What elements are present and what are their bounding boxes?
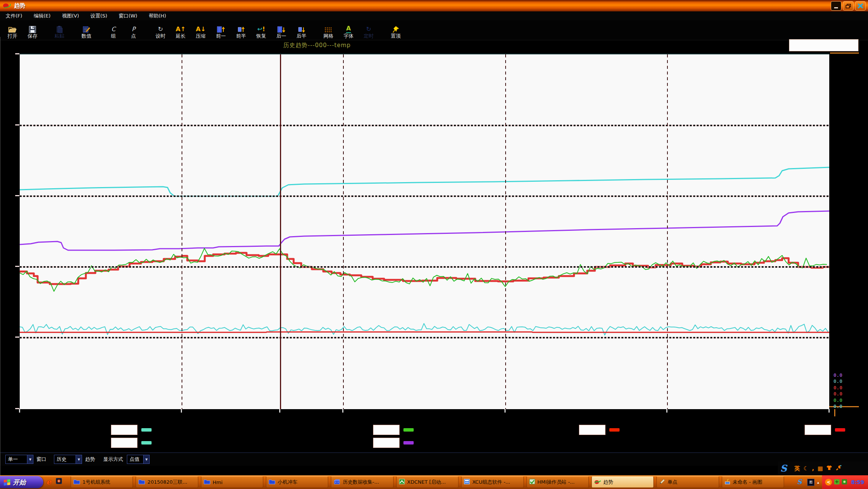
toolbar: 打开保存粘贴数值C组P点↻设时A↑延长A↓压缩前一前半↩!恢复后一后半网格A字体… <box>0 20 868 40</box>
toolbar-button-extend[interactable]: A↑延长 <box>171 20 191 40</box>
tray-back-icon[interactable]: < <box>825 479 832 486</box>
chevron-down-icon[interactable] <box>143 455 149 464</box>
menu-item-5[interactable]: 帮助(H) <box>143 11 172 20</box>
prev-half-icon <box>237 24 245 33</box>
minimize-button[interactable] <box>831 1 841 11</box>
toolbar-button-value[interactable]: 数值 <box>76 20 96 40</box>
trend-plot[interactable] <box>19 54 829 409</box>
app-icon <box>3 3 11 9</box>
toolbar-button-prev-half[interactable]: 前半 <box>231 20 251 40</box>
point-value-box[interactable] <box>579 425 606 435</box>
tray-agent-icon[interactable] <box>834 479 840 486</box>
y-axis-tick-4 <box>15 337 19 338</box>
point-value-box[interactable] <box>805 425 831 435</box>
task-label: 1号机组系统 <box>82 479 110 486</box>
toolbar-button-point[interactable]: P点 <box>123 20 144 40</box>
close-button[interactable] <box>855 1 866 11</box>
tray-app-icon[interactable]: 图 <box>807 479 814 486</box>
menu-bar: 文件(F)编辑(E)视图(V)设置(S)窗口(W)帮助(H) <box>0 11 868 21</box>
task-label: HMI操作员站 -... <box>538 479 575 486</box>
toolbar-button-pin[interactable]: 置顶 <box>386 20 406 40</box>
toolbar-button-grid[interactable]: 网格 <box>318 20 338 40</box>
toolbar-button-label: 网格 <box>324 33 334 39</box>
paste-icon <box>56 24 63 33</box>
taskbar-task-2[interactable]: Hmi <box>201 476 263 488</box>
toolbar-button-set-time[interactable]: ↻设时 <box>150 20 171 40</box>
clock[interactable]: 8:59 <box>851 479 864 485</box>
toolbar-button-label: 前半 <box>236 33 246 39</box>
taskbar-task-0[interactable]: 1号机组系统 <box>71 476 133 488</box>
punctuation-icon[interactable]: , <box>812 465 814 472</box>
toolbar-button-next-half[interactable]: 后半 <box>291 20 311 40</box>
taskbar-task-8[interactable]: 趋势 <box>591 476 654 488</box>
chevron-down-icon[interactable] <box>76 455 82 464</box>
series-lower-red-flat <box>20 332 829 332</box>
taskbar-task-6[interactable]: XCU组态软件 -... <box>461 476 523 488</box>
taskbar-task-4[interactable]: 历史数据收集-... <box>331 476 393 488</box>
toolbar-button-label: 延长 <box>176 33 186 39</box>
toolbar-button-prev-one[interactable]: 前一 <box>211 20 231 40</box>
point-value-box[interactable] <box>111 438 138 448</box>
toolbar-button-open-folder[interactable]: 打开 <box>2 20 22 40</box>
tray-expand-icon[interactable]: ▴ <box>817 480 819 484</box>
chevron-down-icon[interactable] <box>27 455 33 464</box>
menu-item-3[interactable]: 设置(S) <box>85 11 113 20</box>
x-axis-tick-0 <box>19 409 20 413</box>
legend-group-3 <box>579 425 620 435</box>
keyboard-icon[interactable]: ▦ <box>817 465 823 472</box>
series-lower-cyan-noisy <box>20 324 828 335</box>
display-mode-select[interactable]: 点值 <box>127 455 150 464</box>
menu-item-2[interactable]: 视图(V) <box>56 11 85 20</box>
taskbar-task-7[interactable]: HMI操作员站 -... <box>526 476 589 488</box>
point-value-box[interactable] <box>373 438 400 448</box>
taskbar-task-9[interactable]: 单点 <box>656 476 719 488</box>
toolbar-button-font[interactable]: A字体 <box>338 20 359 40</box>
taskbar-task-3[interactable]: 小机冲车 <box>266 476 328 488</box>
ie-quick-launch-icon[interactable]: e <box>46 477 51 486</box>
bottom-controls-bar: 单一 窗口 历史 趋势 显示方式 点值 <box>0 452 868 466</box>
media-quick-launch-icon[interactable] <box>56 478 62 486</box>
point-value-box[interactable] <box>111 425 138 435</box>
window-label: 窗口 <box>36 456 46 463</box>
point-value-box[interactable] <box>373 425 400 435</box>
series-color-swatch <box>403 428 414 432</box>
toolbar-button-group[interactable]: C组 <box>103 20 123 40</box>
taskbar-task-5[interactable]: XDCNET [启动... <box>396 476 459 488</box>
toolbar-button-label: 粘贴 <box>55 33 65 39</box>
time-cursor[interactable] <box>280 54 281 409</box>
system-tray: S 图 ▴ < 8:59 <box>797 475 868 489</box>
toolbar-button-label: 打开 <box>8 33 17 39</box>
history-mode-select[interactable]: 历史 <box>54 455 82 464</box>
toolbar-button-compress[interactable]: A↓压缩 <box>191 20 211 40</box>
moon-icon[interactable]: ☾ <box>803 465 808 472</box>
h-gridline-1 <box>20 195 829 197</box>
range-indicator-top <box>830 52 859 54</box>
legend-row <box>373 438 414 448</box>
window-mode-select[interactable]: 单一 <box>5 455 33 464</box>
start-button[interactable]: 开始 <box>0 476 43 488</box>
chart-title: 历史趋势---000---temp <box>283 42 351 49</box>
x-axis-tick-1 <box>181 409 182 413</box>
toolbar-button-label: 保存 <box>28 33 38 39</box>
wrench-icon[interactable] <box>836 465 841 472</box>
skin-icon[interactable] <box>826 465 832 472</box>
tray-sogou-icon[interactable]: S <box>797 478 805 486</box>
menu-item-0[interactable]: 文件(F) <box>0 11 28 20</box>
tray-agent2-icon[interactable] <box>842 479 847 486</box>
menu-item-1[interactable]: 编辑(E) <box>28 11 56 20</box>
toolbar-button-restore[interactable]: ↩!恢复 <box>251 20 271 40</box>
toolbar-button-label: 置顶 <box>391 33 401 39</box>
toolbar-button-next-one[interactable]: 后一 <box>271 20 291 40</box>
taskbar-task-10[interactable]: 未命名 - 画图 <box>722 476 784 488</box>
maximize-button[interactable] <box>843 1 854 11</box>
sogou-logo-icon[interactable]: S <box>780 464 791 474</box>
series-green-noisy <box>20 248 827 291</box>
current-values-column: 0.00.00.00.00.00.0 <box>833 372 842 410</box>
input-mode-toggle[interactable]: 英 <box>794 465 800 472</box>
header-time-box[interactable] <box>789 39 859 51</box>
group-icon: C <box>111 24 115 33</box>
taskbar-task-1[interactable]: 20150820三联... <box>136 476 198 488</box>
menu-item-4[interactable]: 窗口(W) <box>113 11 143 20</box>
toolbar-button-save[interactable]: 保存 <box>22 20 43 40</box>
series-purple <box>20 211 829 250</box>
